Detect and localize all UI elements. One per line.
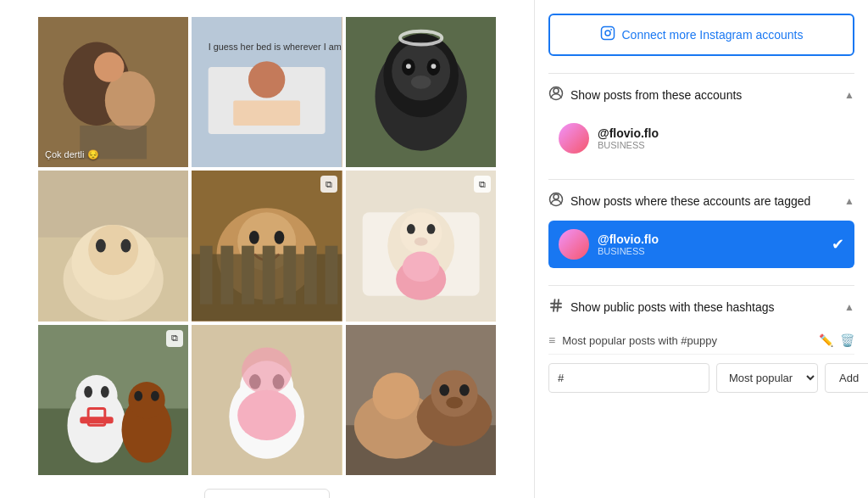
photo-cell-6: ⧉ — [346, 171, 496, 321]
svg-text:I guess her bed is wherever I : I guess her bed is wherever I am 😂 — [209, 41, 342, 53]
load-more-button[interactable]: Load More Posts — [204, 489, 330, 498]
svg-point-68 — [238, 389, 297, 439]
svg-point-43 — [400, 213, 442, 255]
svg-rect-35 — [242, 246, 254, 305]
svg-point-52 — [75, 375, 117, 417]
account-avatar-tagged-1 — [559, 229, 589, 260]
svg-point-24 — [88, 225, 138, 275]
svg-point-45 — [426, 224, 435, 234]
show-posts-label: Show posts from these accounts — [570, 88, 742, 102]
svg-line-88 — [558, 299, 559, 311]
svg-point-74 — [431, 370, 477, 417]
svg-point-13 — [392, 42, 450, 101]
multi-photo-icon-6: ⧉ — [474, 176, 491, 193]
delete-icon-1[interactable]: 🗑️ — [840, 333, 854, 347]
hashtags-header-left: Show public posts with these hashtags — [548, 298, 774, 316]
right-panel: Connect more Instagram accounts Show pos… — [534, 0, 868, 498]
svg-rect-38 — [304, 246, 317, 305]
account-item-1[interactable]: @flovio.flo BUSINESS — [548, 115, 854, 162]
drag-handle-icon: ≡ — [548, 333, 555, 347]
tagged-accounts-label: Show posts where these accounts are tagg… — [570, 194, 810, 208]
svg-rect-78 — [601, 27, 614, 40]
hashtag-row-1: ≡ Most popular posts with #puppy ✏️ 🗑️ — [548, 327, 854, 355]
account-type-tagged-1: BUSINESS — [598, 246, 823, 256]
tagged-accounts-header[interactable]: Show posts where these accounts are tagg… — [548, 192, 854, 210]
photo-cell-2: I guess her bed is wherever I am 😂 — [192, 17, 342, 167]
svg-rect-33 — [200, 246, 213, 305]
svg-point-79 — [605, 31, 610, 36]
account-info-tagged-1: @flovio.flo BUSINESS — [598, 232, 823, 256]
svg-point-67 — [242, 347, 292, 394]
svg-point-57 — [134, 390, 142, 400]
hashtags-header[interactable]: Show public posts with these hashtags ▲ — [548, 298, 854, 316]
chevron-up-icon-2: ▲ — [844, 195, 854, 207]
hashtag-actions-1: ✏️ 🗑️ — [819, 333, 854, 347]
svg-point-17 — [431, 64, 436, 69]
svg-point-16 — [406, 64, 411, 69]
sort-select[interactable]: Most popular Most recent — [716, 363, 818, 393]
svg-rect-59 — [80, 417, 113, 423]
show-posts-header-left: Show posts from these accounts — [548, 86, 742, 104]
hashtag-label-1: Most popular posts with #puppy — [562, 334, 812, 347]
photo-cell-9 — [346, 325, 496, 475]
hashtags-section: Show public posts with these hashtags ▲ … — [548, 285, 854, 405]
hashtag-input[interactable] — [548, 363, 709, 393]
edit-icon-1[interactable]: ✏️ — [819, 333, 833, 347]
svg-point-80 — [610, 29, 612, 31]
svg-point-75 — [439, 384, 449, 396]
chevron-up-icon-1: ▲ — [844, 89, 854, 101]
account-name-1: @flovio.flo — [598, 126, 844, 140]
show-posts-section: Show posts from these accounts ▲ @flovio… — [548, 73, 854, 179]
svg-rect-8 — [234, 101, 301, 126]
account-info-1: @flovio.flo BUSINESS — [598, 126, 844, 150]
svg-point-25 — [96, 239, 106, 253]
multi-photo-icon-5: ⧉ — [320, 176, 337, 193]
person-circle-icon-2 — [548, 192, 564, 210]
svg-point-18 — [410, 76, 431, 89]
hashtag-input-row: Most popular Most recent Add — [548, 363, 854, 393]
account-name-tagged-1: @flovio.flo — [598, 232, 823, 246]
svg-point-81 — [554, 88, 559, 93]
tagged-accounts-header-left: Show posts where these accounts are tagg… — [548, 192, 810, 210]
connect-button-label: Connect more Instagram accounts — [622, 28, 804, 42]
photo-cell-3 — [346, 17, 496, 167]
photo-caption-1: Çok dertli 😔 — [45, 149, 99, 160]
account-item-tagged-1[interactable]: @flovio.flo BUSINESS ✔ — [548, 221, 854, 268]
svg-point-76 — [459, 384, 470, 396]
add-hashtag-button[interactable]: Add — [825, 363, 868, 393]
instagram-icon — [600, 25, 615, 44]
account-type-1: BUSINESS — [598, 140, 844, 150]
tagged-accounts-section: Show posts where these accounts are tagg… — [548, 179, 854, 285]
svg-rect-37 — [284, 246, 297, 305]
photo-cell-5: ⧉ — [192, 171, 342, 321]
svg-point-83 — [554, 194, 559, 199]
multi-photo-icon-7: ⧉ — [166, 330, 183, 347]
svg-rect-39 — [326, 246, 338, 305]
svg-point-58 — [151, 390, 159, 400]
photo-cell-4 — [38, 171, 188, 321]
photo-cell-1: Çok dertli 😔 — [38, 17, 188, 167]
chevron-up-icon-3: ▲ — [844, 301, 854, 313]
photo-grid: Çok dertli 😔 I guess her bed is wherever… — [38, 17, 496, 475]
svg-point-48 — [403, 252, 439, 282]
svg-point-31 — [275, 231, 285, 244]
photo-cell-8 — [192, 325, 342, 475]
connect-instagram-button[interactable]: Connect more Instagram accounts — [548, 14, 854, 56]
svg-point-72 — [372, 372, 419, 419]
svg-point-7 — [248, 61, 285, 98]
show-posts-header[interactable]: Show posts from these accounts ▲ — [548, 86, 854, 104]
svg-rect-34 — [221, 246, 234, 305]
svg-point-77 — [446, 396, 463, 408]
svg-point-46 — [414, 238, 427, 246]
hashtags-label: Show public posts with these hashtags — [570, 300, 774, 314]
hashtag-icon — [548, 298, 564, 316]
svg-point-54 — [101, 386, 109, 398]
svg-point-44 — [407, 224, 415, 234]
left-panel: Çok dertli 😔 I guess her bed is wherever… — [0, 0, 534, 498]
svg-point-53 — [84, 386, 92, 398]
svg-line-87 — [554, 299, 555, 311]
svg-point-30 — [249, 231, 259, 244]
check-icon-1: ✔ — [832, 235, 844, 254]
svg-point-26 — [121, 239, 131, 253]
svg-point-56 — [128, 382, 164, 418]
